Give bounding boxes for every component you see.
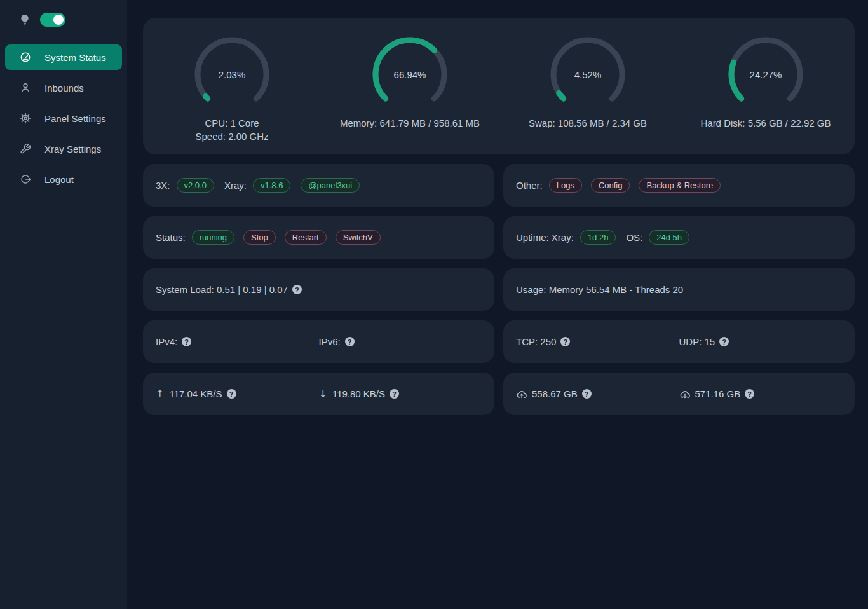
disk-gauge: 24.27% Hard Disk: 5.56 GB / 22.92 GB [677,36,855,154]
swap-gauge-ring: 4.52% [550,36,626,113]
total-download-help-icon[interactable]: ? [745,389,754,399]
total-download-section: 571.16 GB ? [679,388,843,399]
cpu-caption-line2: Speed: 2.00 GHz [195,130,268,143]
memory-gauge-ring: 66.94% [372,36,448,113]
system-load-card: System Load: 0.51 | 0.19 | 0.07 ? [143,268,494,311]
network-speed-card: ↑ 117.04 KB/S ? ↓ 119.80 KB/S ? [143,373,494,415]
traffic-totals-card: 558.67 GB ? 571.16 GB ? [503,373,855,415]
ipv6-label: IPv6: [319,336,341,347]
arrow-down-icon: ↓ [319,388,327,400]
total-download-value: 571.16 GB [695,388,741,399]
panel-version-tag: v2.0.0 [177,178,214,193]
ipv4-help-icon[interactable]: ? [182,337,191,346]
status-label: Status: [156,232,186,243]
swap-gauge: 4.52% Swap: 108.56 MB / 2.34 GB [499,36,677,154]
uptime-card: Uptime: Xray: 1d 2h OS: 24d 5h [503,216,855,259]
sidebar-item-logout[interactable]: Logout [5,167,122,192]
sidebar-item-inbounds[interactable]: Inbounds [5,75,122,100]
memory-gauge: 66.94% Memory: 641.79 MB / 958.61 MB [321,36,499,154]
cpu-percent: 2.03% [194,36,270,113]
uptime-xray-label: Uptime: Xray: [516,232,574,243]
tcp-section: TCP: 250 ? [516,336,679,347]
connections-card: TCP: 250 ? UDP: 15 ? [503,320,855,363]
total-upload-value: 558.67 GB [532,388,578,399]
cpu-caption-line1: CPU: 1 Core [195,116,268,130]
memory-caption-line1: Memory: 641.79 MB / 958.61 MB [340,116,480,130]
resource-gauges-card: 2.03% CPU: 1 Core Speed: 2.00 GHz 66.94%… [143,18,855,154]
main-content: 2.03% CPU: 1 Core Speed: 2.00 GHz 66.94%… [127,0,868,609]
cpu-gauge: 2.03% CPU: 1 Core Speed: 2.00 GHz [143,36,321,154]
upload-speed-value: 117.04 KB/S [169,388,222,399]
dark-mode-toggle[interactable] [40,13,65,27]
3x-label: 3X: [156,180,170,191]
os-label: OS: [626,232,642,243]
sidebar-item-label: Inbounds [44,83,84,93]
sidebar-item-xray-settings[interactable]: Xray Settings [5,136,122,161]
memory-percent: 66.94% [372,36,448,113]
total-upload-help-icon[interactable]: ? [582,389,592,399]
cpu-gauge-ring: 2.03% [194,36,270,113]
total-upload-section: 558.67 GB ? [516,388,679,399]
xray-label: Xray: [224,180,247,191]
swap-caption: Swap: 108.56 MB / 2.34 GB [529,116,647,130]
sidebar: System Status Inbounds [0,0,127,609]
app-root: System Status Inbounds [0,0,868,609]
tcp-help-icon[interactable]: ? [560,337,570,346]
toggle-knob [53,15,64,25]
cpu-caption: CPU: 1 Core Speed: 2.00 GHz [195,116,268,143]
other-label: Other: [516,180,543,191]
stop-button[interactable]: Stop [243,230,276,245]
sidebar-item-panel-settings[interactable]: Panel Settings [5,106,122,131]
udp-help-icon[interactable]: ? [719,337,729,346]
wrench-icon [20,143,31,154]
usage-text: Usage: Memory 56.54 MB - Threads 20 [516,284,683,295]
dashboard-icon [20,51,31,63]
ipv6-help-icon[interactable]: ? [345,337,355,346]
sidebar-item-label: Xray Settings [44,144,101,154]
sidebar-nav: System Status Inbounds [0,42,127,195]
swap-percent: 4.52% [550,36,626,113]
config-button[interactable]: Config [591,178,630,193]
other-card: Other: Logs Config Backup & Restore [503,164,855,207]
ipv6-section: IPv6: ? [319,336,482,347]
ipv4-section: IPv4: ? [156,336,319,347]
disk-percent: 24.27% [728,36,804,113]
memory-caption: Memory: 641.79 MB / 958.61 MB [340,116,480,130]
sidebar-item-label: Logout [44,174,74,185]
ip-card: IPv4: ? IPv6: ? [143,320,494,363]
restart-button[interactable]: Restart [285,230,327,245]
sidebar-item-label: System Status [44,52,106,63]
switch-version-button[interactable]: SwitchV [336,230,381,245]
xray-status-card: Status: running Stop Restart SwitchV [143,216,494,259]
arrow-up-icon: ↑ [156,388,164,400]
download-speed-help-icon[interactable]: ? [390,389,399,399]
udp-count-label: UDP: 15 [679,336,715,347]
sidebar-item-system-status[interactable]: System Status [5,44,122,70]
logout-icon [20,174,31,185]
cloud-upload-icon [516,389,527,399]
xray-version-tag: v1.8.6 [253,178,290,193]
download-speed-section: ↓ 119.80 KB/S ? [319,388,482,400]
cloud-download-icon [679,389,691,399]
system-load-help-icon[interactable]: ? [292,285,302,294]
info-grid: 3X: v2.0.0 Xray: v1.8.6 @panel3xui Other… [143,164,855,415]
theme-toggle-row [0,13,127,27]
telegram-tag[interactable]: @panel3xui [301,178,360,193]
sidebar-item-label: Panel Settings [44,113,106,124]
backup-restore-button[interactable]: Backup & Restore [639,178,721,193]
tcp-count-label: TCP: 250 [516,336,556,347]
disk-gauge-ring: 24.27% [728,36,804,113]
version-card: 3X: v2.0.0 Xray: v1.8.6 @panel3xui [143,164,494,207]
gear-icon [20,113,31,124]
udp-section: UDP: 15 ? [679,336,843,347]
download-speed-value: 119.80 KB/S [332,388,385,399]
usage-card: Usage: Memory 56.54 MB - Threads 20 [503,268,855,311]
disk-caption: Hard Disk: 5.56 GB / 22.92 GB [700,116,831,130]
user-icon [20,82,31,93]
upload-speed-section: ↑ 117.04 KB/S ? [156,388,319,400]
logs-button[interactable]: Logs [549,178,582,193]
disk-caption-line1: Hard Disk: 5.56 GB / 22.92 GB [700,116,831,130]
swap-caption-line1: Swap: 108.56 MB / 2.34 GB [529,116,647,130]
upload-speed-help-icon[interactable]: ? [227,389,236,399]
ipv4-label: IPv4: [156,336,177,347]
